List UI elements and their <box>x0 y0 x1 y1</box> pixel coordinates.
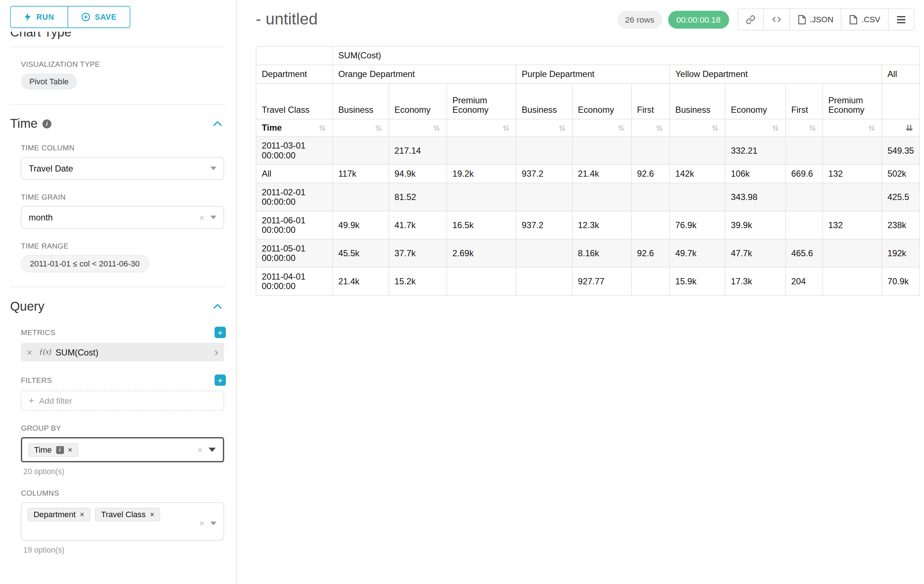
add-metric-button[interactable]: + <box>214 327 226 338</box>
chevron-up-icon[interactable] <box>213 303 223 309</box>
pivot-cell: 937.2 <box>516 211 572 239</box>
sort-row: Time <box>256 119 920 136</box>
clear-icon[interactable]: × <box>199 519 204 528</box>
query-timer-badge: 00:00:00.18 <box>668 11 729 28</box>
chevron-down-icon[interactable] <box>210 216 216 219</box>
pivot-cell: 425.5 <box>882 183 919 211</box>
add-filter-button[interactable]: + <box>214 375 226 386</box>
column-header-cell: First <box>632 83 670 119</box>
pivot-cell: 132 <box>822 165 882 183</box>
export-csv-button[interactable]: .CSV <box>841 8 889 31</box>
sort-arrows-icon[interactable] <box>558 123 567 133</box>
pivot-cell: 549.35 <box>882 137 919 165</box>
pivot-cell: 45.5k <box>333 239 389 267</box>
time-grain-select[interactable]: month × <box>21 206 224 229</box>
pivot-cell <box>333 183 389 211</box>
column-header-cell: Economy <box>572 83 632 119</box>
pivot-cell <box>822 137 882 165</box>
chevron-down-icon[interactable] <box>208 447 216 451</box>
pivot-cell: 15.2k <box>389 267 447 295</box>
app: RUN SAVE Chart Type VISUALIZATION TYPE P… <box>0 0 924 584</box>
pivot-cell: 47.7k <box>725 239 785 267</box>
pivot-cell: 81.52 <box>389 183 447 211</box>
time-section-title: Time <box>10 117 38 131</box>
remove-tag-icon[interactable]: × <box>80 511 84 518</box>
group-by-select[interactable]: Time i × × <box>21 437 224 462</box>
chart-title[interactable]: - untitled <box>256 10 317 29</box>
time-range-value[interactable]: 2011-01-01 ≤ col < 2011-06-30 <box>21 255 148 272</box>
columns-tag[interactable]: Department × <box>27 508 90 521</box>
sort-cell <box>516 119 572 136</box>
column-header-cell: Premium Economy <box>822 83 882 119</box>
pivot-cell <box>572 137 632 165</box>
pivot-cell: 94.9k <box>389 165 447 183</box>
chevron-up-icon[interactable] <box>213 121 223 127</box>
sort-desc-icon[interactable] <box>905 123 914 133</box>
group-by-tag[interactable]: Time i × <box>28 443 79 457</box>
add-filter-dropzone[interactable]: + Add filter <box>21 391 224 411</box>
column-header-cell: First <box>785 83 822 119</box>
visualization-type-value[interactable]: Pivot Table <box>21 73 77 89</box>
pivot-row-header: 2011-02-01 00:00:00 <box>256 183 332 211</box>
sort-arrows-icon[interactable] <box>432 123 441 133</box>
export-json-button[interactable]: .JSON <box>789 8 842 31</box>
columns-select[interactable]: Department × Travel Class × × <box>21 502 224 541</box>
pivot-cell: 37.7k <box>389 239 447 267</box>
pivot-cell: 92.6 <box>632 239 670 267</box>
share-link-button[interactable] <box>738 8 764 31</box>
column-header-cell: Business <box>516 83 572 119</box>
row-count-badge: 26 rows <box>617 11 662 28</box>
column-header-cell: Business <box>333 83 389 119</box>
pivot-cell: 669.6 <box>785 165 822 183</box>
col-dimension-header: Travel Class <box>256 83 332 119</box>
file-icon <box>850 15 858 24</box>
sort-arrows-icon[interactable] <box>502 123 511 133</box>
pivot-cell: 937.2 <box>516 165 572 183</box>
query-section-header[interactable]: Query <box>10 299 226 314</box>
run-button[interactable]: RUN <box>10 6 68 28</box>
clear-icon[interactable]: × <box>199 213 204 222</box>
pivot-cell <box>516 239 572 267</box>
sort-arrows-icon[interactable] <box>617 123 626 133</box>
column-header-cell: Economy <box>725 83 785 119</box>
group-header-cell: Yellow Department <box>670 65 882 84</box>
pivot-cell: 21.4k <box>333 267 389 295</box>
sort-cell <box>389 119 447 136</box>
remove-tag-icon[interactable]: × <box>68 446 72 454</box>
pivot-cell: 17.3k <box>725 267 785 295</box>
embed-code-button[interactable] <box>763 8 790 31</box>
pivot-row: 2011-04-01 00:00:0021.4k15.2k927.7715.9k… <box>256 267 920 295</box>
sort-arrows-icon[interactable] <box>655 123 664 133</box>
time-section-header[interactable]: Time i <box>10 117 226 131</box>
sort-arrows-icon[interactable] <box>711 123 720 133</box>
metric-header-row: SUM(Cost) <box>256 46 920 65</box>
clear-icon[interactable]: × <box>197 445 202 454</box>
sort-arrows-icon[interactable] <box>867 123 876 133</box>
pivot-cell <box>785 211 822 239</box>
plus-circle-icon <box>81 12 90 21</box>
remove-metric-icon[interactable]: × <box>27 347 32 357</box>
columns-tag[interactable]: Travel Class × <box>95 508 160 521</box>
pivot-cell <box>822 183 882 211</box>
sort-arrows-icon[interactable] <box>808 123 817 133</box>
time-grain-value: month <box>29 213 53 222</box>
lightning-icon <box>24 12 31 21</box>
remove-tag-icon[interactable]: × <box>150 511 154 518</box>
chevron-down-icon[interactable] <box>210 167 216 171</box>
time-column-select[interactable]: Travel Date <box>21 157 224 179</box>
chevron-down-icon[interactable] <box>210 521 216 525</box>
export-button-group: .JSON .CSV <box>738 8 914 31</box>
pivot-cell <box>516 267 572 295</box>
chevron-right-icon[interactable]: › <box>214 346 218 358</box>
sort-arrows-icon[interactable] <box>374 123 383 133</box>
sort-arrows-icon[interactable] <box>771 123 780 133</box>
pivot-cell <box>822 239 882 267</box>
group-header-cell: Orange Department <box>333 65 516 84</box>
pivot-cell: 16.5k <box>447 211 516 239</box>
metric-pill[interactable]: × ƒ(x) SUM(Cost) › <box>21 343 224 361</box>
menu-button[interactable] <box>888 8 914 31</box>
save-button[interactable]: SAVE <box>67 6 130 28</box>
sort-arrows-icon[interactable] <box>318 123 327 133</box>
csv-label: .CSV <box>861 15 881 24</box>
pivot-cell <box>670 183 725 211</box>
